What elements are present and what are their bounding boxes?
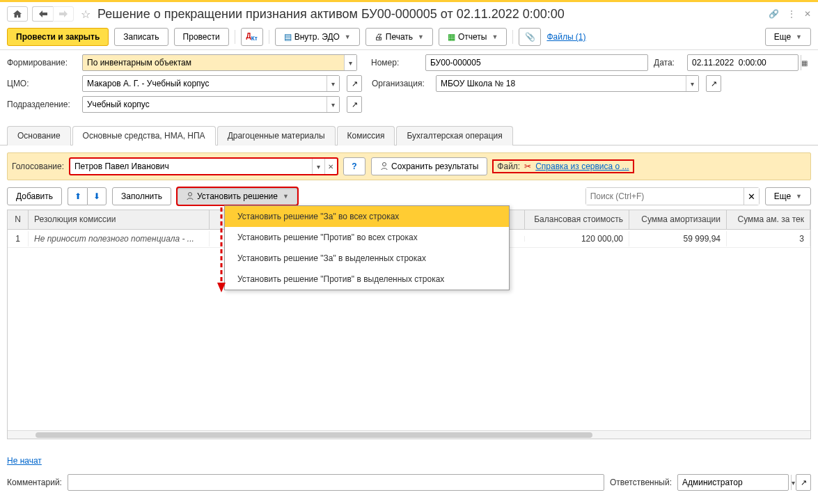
dep-label: Подразделение:	[7, 100, 77, 109]
forming-label: Формирование:	[7, 58, 77, 68]
tab-accounting[interactable]: Бухгалтерская операция	[396, 126, 512, 145]
org-label: Организация:	[372, 79, 430, 88]
save-results-button[interactable]: Сохранить результаты	[371, 157, 487, 175]
menu-icon[interactable]: ⋮	[787, 9, 796, 19]
nav-fwd-button[interactable]	[53, 6, 74, 22]
nav-back-button[interactable]	[32, 6, 53, 22]
reports-button[interactable]: ▦Отчеты▼	[439, 28, 507, 46]
favorite-icon[interactable]: ☆	[81, 8, 91, 21]
set-decision-button[interactable]: Установить решение▼	[177, 187, 298, 205]
col-number: N	[8, 210, 29, 229]
menu-item-for-sel[interactable]: Установить решение "За" в выделенных стр…	[225, 248, 509, 269]
more-button[interactable]: Еще▼	[765, 28, 811, 46]
responsible-input[interactable]	[678, 478, 791, 487]
move-down-button[interactable]: ⬇	[87, 187, 107, 205]
svg-point-1	[188, 193, 191, 196]
voting-dropdown[interactable]: ▾	[312, 159, 324, 174]
tab-commission[interactable]: Комиссия	[337, 126, 395, 145]
help-button[interactable]: ?	[343, 157, 365, 175]
col-balance: Балансовая стоимость	[525, 210, 629, 229]
responsible-open[interactable]: ↗	[796, 474, 811, 491]
tab-basis[interactable]: Основание	[7, 126, 71, 145]
search-input[interactable]	[586, 188, 744, 205]
tab-precious[interactable]: Драгоценные материалы	[217, 126, 336, 145]
move-up-button[interactable]: ⬆	[68, 187, 87, 205]
org-open[interactable]: ↗	[706, 75, 721, 92]
close-icon[interactable]: ✕	[804, 9, 811, 19]
post-and-close-button[interactable]: Провести и закрыть	[7, 28, 109, 46]
table-more-button[interactable]: Еще▼	[765, 187, 811, 205]
voting-input[interactable]	[70, 162, 312, 171]
file-label: Файл:	[497, 162, 520, 171]
voting-clear[interactable]: ✕	[324, 159, 337, 174]
cmo-input[interactable]	[83, 79, 327, 88]
org-input[interactable]	[436, 79, 686, 88]
files-link[interactable]: Файлы (1)	[546, 32, 585, 42]
comment-input[interactable]	[68, 478, 604, 487]
date-input[interactable]	[688, 58, 801, 68]
cmo-label: ЦМО:	[7, 79, 77, 88]
set-decision-menu: Установить решение "За" во всех строках …	[224, 205, 510, 290]
tab-assets[interactable]: Основные средства, НМА, НПА	[72, 126, 216, 145]
attach-button[interactable]: 📎	[519, 28, 541, 46]
edo-button[interactable]: ▤Внутр. ЭДО▼	[275, 28, 360, 46]
number-label: Номер:	[371, 58, 420, 68]
number-input[interactable]	[426, 58, 647, 68]
dep-dropdown[interactable]: ▾	[327, 97, 339, 112]
col-resolution: Резолюция комиссии	[29, 210, 210, 229]
home-button[interactable]	[7, 6, 28, 22]
dep-input[interactable]	[83, 100, 327, 109]
menu-item-for-all[interactable]: Установить решение "За" во всех строках	[225, 206, 509, 227]
post-button[interactable]: Провести	[174, 28, 229, 46]
dk-button[interactable]: ДКт	[241, 28, 263, 46]
add-button[interactable]: Добавить	[7, 187, 62, 205]
responsible-dropdown[interactable]: ▾	[791, 475, 795, 490]
cmo-dropdown[interactable]: ▾	[327, 76, 339, 91]
broken-link-icon: ✂	[524, 162, 531, 171]
menu-item-against-all[interactable]: Установить решение "Против" во всех стро…	[225, 227, 509, 248]
cmo-open[interactable]: ↗	[347, 75, 362, 92]
file-link[interactable]: Справка из сервиса о ...	[535, 162, 629, 171]
link-icon[interactable]: 🔗	[769, 9, 779, 19]
forming-dropdown[interactable]: ▾	[344, 55, 356, 70]
forming-input[interactable]	[83, 58, 344, 68]
col-amort-cur: Сумма ам. за тек	[727, 210, 810, 229]
dep-open[interactable]: ↗	[347, 96, 362, 113]
write-button[interactable]: Записать	[114, 28, 168, 46]
date-picker[interactable]: ▦	[801, 55, 808, 70]
responsible-label: Ответственный:	[610, 478, 672, 487]
date-label: Дата:	[654, 58, 682, 68]
fill-button[interactable]: Заполнить	[112, 187, 171, 205]
h-scrollbar[interactable]	[8, 430, 810, 439]
print-button[interactable]: 🖨Печать▼	[365, 28, 433, 46]
col-amort: Сумма амортизации	[629, 210, 727, 229]
menu-item-against-sel[interactable]: Установить решение "Против" в выделенных…	[225, 269, 509, 290]
voting-label: Голосование:	[12, 162, 64, 171]
svg-point-0	[382, 163, 386, 166]
page-title: Решение о прекращении признания активом …	[97, 7, 764, 22]
org-dropdown[interactable]: ▾	[686, 76, 698, 91]
search-clear[interactable]: ✕	[744, 188, 759, 205]
comment-label: Комментарий:	[7, 478, 62, 487]
status-link[interactable]: Не начат	[7, 456, 42, 466]
